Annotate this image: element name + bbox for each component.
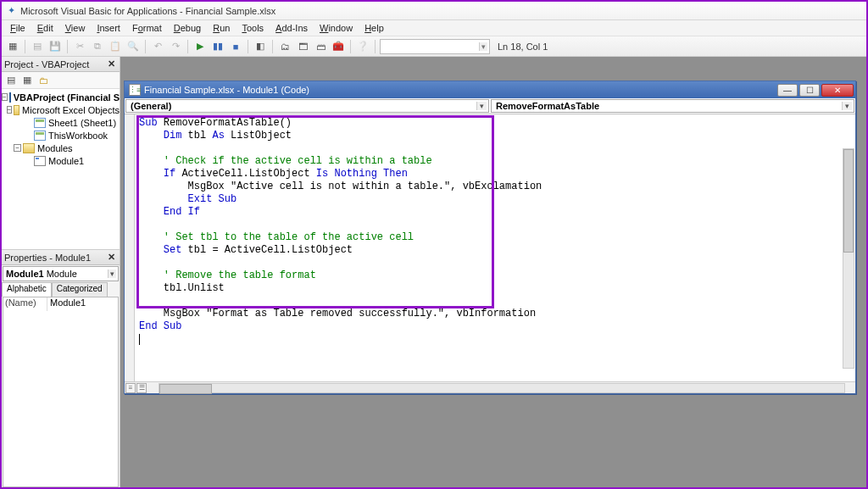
menu-debug[interactable]: Debug	[169, 22, 206, 34]
vba-app-icon: ✦	[5, 5, 17, 17]
module-window-icon: ⋮≡	[129, 84, 141, 96]
properties-panel-close-icon[interactable]: ✕	[106, 252, 117, 263]
procedure-combo[interactable]: RemoveFormatAsTable	[491, 99, 854, 113]
properties-panel-header: Properties - Module1 ✕	[2, 250, 120, 265]
project-icon	[9, 92, 11, 103]
tree-root-label: VBAProject (Financial Sample.xlsx)	[14, 92, 120, 103]
properties-object-combo[interactable]: Module1 Module	[3, 266, 119, 281]
menu-view[interactable]: View	[60, 22, 91, 34]
app-titlebar: ✦ Microsoft Visual Basic for Application…	[2, 2, 866, 20]
text-cursor	[139, 334, 140, 345]
view-object-icon[interactable]: ▦	[20, 74, 34, 87]
tab-categorized[interactable]: Categorized	[52, 282, 108, 297]
project-tree[interactable]: − VBAProject (Financial Sample.xlsx) − M…	[2, 89, 120, 250]
menu-tools[interactable]: Tools	[236, 22, 269, 34]
prop-row-name[interactable]: (Name) Module1	[3, 297, 118, 311]
menu-file[interactable]: File	[5, 22, 31, 34]
code-window-titlebar[interactable]: ⋮≡ Financial Sample.xlsx - Module1 (Code…	[125, 81, 855, 98]
menu-run[interactable]: Run	[208, 22, 235, 34]
properties-window-icon[interactable]: 🗔	[295, 39, 310, 54]
mdi-area: ⋮≡ Financial Sample.xlsx - Module1 (Code…	[120, 57, 866, 487]
proc-combo[interactable]	[380, 39, 490, 54]
prop-value[interactable]: Module1	[47, 297, 86, 311]
margin-indicator-bar[interactable]	[125, 114, 135, 381]
properties-grid[interactable]: (Name) Module1	[3, 297, 119, 487]
break-icon[interactable]: ▮▮	[210, 39, 225, 54]
tree-sheet1[interactable]: Sheet1 (Sheet1)	[2, 116, 120, 129]
menu-addins[interactable]: Add-Ins	[270, 22, 313, 34]
insert-userform-icon[interactable]: ▤	[30, 39, 45, 54]
standard-toolbar: ▦ ▤ 💾 ✂ ⧉ 📋 🔍 ↶ ↷ ▶ ▮▮ ■ ◧ 🗂 🗔 🗃 🧰 ❔ Ln …	[2, 36, 866, 57]
redo-icon[interactable]: ↷	[168, 39, 183, 54]
collapse-icon[interactable]: −	[14, 144, 21, 152]
code-editor[interactable]: Sub RemoveFormatAsTable() Dim tbl As Lis…	[135, 114, 855, 381]
project-panel-header: Project - VBAProject ✕	[2, 57, 120, 72]
code-window: ⋮≡ Financial Sample.xlsx - Module1 (Code…	[124, 81, 856, 394]
tree-excel-folder[interactable]: − Microsoft Excel Objects	[2, 103, 120, 116]
tree-module1[interactable]: Module1	[2, 154, 120, 167]
folder-icon	[14, 105, 19, 115]
save-icon[interactable]: 💾	[47, 39, 63, 54]
tab-alphabetic[interactable]: Alphabetic	[2, 282, 52, 297]
worksheet-icon	[34, 118, 46, 128]
collapse-icon[interactable]: −	[7, 106, 13, 114]
module-icon	[34, 156, 46, 166]
paste-icon[interactable]: 📋	[108, 39, 123, 54]
tree-thisworkbook[interactable]: ThisWorkbook	[2, 129, 120, 142]
code-window-title: Financial Sample.xlsx - Module1 (Code)	[144, 85, 309, 95]
maximize-button[interactable]: ☐	[799, 84, 820, 97]
properties-panel-title: Properties - Module1	[4, 253, 91, 263]
collapse-icon[interactable]: −	[2, 93, 8, 101]
close-button[interactable]: ✕	[821, 84, 854, 97]
undo-icon[interactable]: ↶	[150, 39, 165, 54]
full-module-view-icon[interactable]: ☰	[136, 383, 147, 393]
toggle-folders-icon[interactable]: 🗀	[36, 74, 50, 87]
menu-window[interactable]: Window	[314, 22, 358, 34]
object-browser-icon[interactable]: 🗃	[313, 39, 328, 54]
reset-icon[interactable]: ■	[228, 39, 243, 54]
horizontal-scrollbar[interactable]	[159, 383, 845, 393]
tree-root[interactable]: − VBAProject (Financial Sample.xlsx)	[2, 91, 120, 103]
toolbox-icon[interactable]: 🧰	[331, 39, 346, 54]
project-panel-title: Project - VBAProject	[4, 59, 89, 69]
tree-item-label: Module1	[48, 156, 84, 166]
tree-modules-folder[interactable]: − Modules	[2, 142, 120, 154]
prop-key: (Name)	[3, 297, 47, 311]
project-explorer-icon[interactable]: 🗂	[277, 39, 292, 54]
run-icon[interactable]: ▶	[192, 39, 208, 54]
menu-insert[interactable]: Insert	[92, 22, 125, 34]
app-title: Microsoft Visual Basic for Applications …	[20, 6, 275, 16]
copy-icon[interactable]: ⧉	[90, 39, 105, 54]
folder-icon	[23, 143, 35, 153]
view-excel-icon[interactable]: ▦	[5, 39, 20, 54]
workbook-icon	[34, 131, 46, 141]
design-mode-icon[interactable]: ◧	[253, 39, 268, 54]
help-icon[interactable]: ❔	[355, 39, 370, 54]
tree-folder-label: Microsoft Excel Objects	[22, 105, 120, 115]
minimize-button[interactable]: —	[777, 84, 798, 97]
menu-help[interactable]: Help	[359, 22, 389, 34]
find-icon[interactable]: 🔍	[125, 39, 141, 54]
tree-item-label: Sheet1 (Sheet1)	[48, 118, 116, 128]
tree-folder-label: Modules	[37, 143, 73, 153]
tree-item-label: ThisWorkbook	[48, 131, 108, 141]
project-panel-toolbar: ▤ ▦ 🗀	[2, 72, 120, 89]
vertical-scrollbar[interactable]	[843, 148, 854, 369]
menubar: File Edit View Insert Format Debug Run T…	[2, 20, 866, 36]
cut-icon[interactable]: ✂	[72, 39, 87, 54]
view-code-icon[interactable]: ▤	[4, 74, 18, 87]
menu-format[interactable]: Format	[127, 22, 167, 34]
project-panel-close-icon[interactable]: ✕	[106, 58, 117, 69]
line-col-status: Ln 18, Col 1	[498, 42, 548, 52]
menu-edit[interactable]: Edit	[32, 22, 58, 34]
object-combo[interactable]: (General)	[125, 99, 489, 113]
procedure-view-icon[interactable]: ≡	[125, 383, 136, 393]
